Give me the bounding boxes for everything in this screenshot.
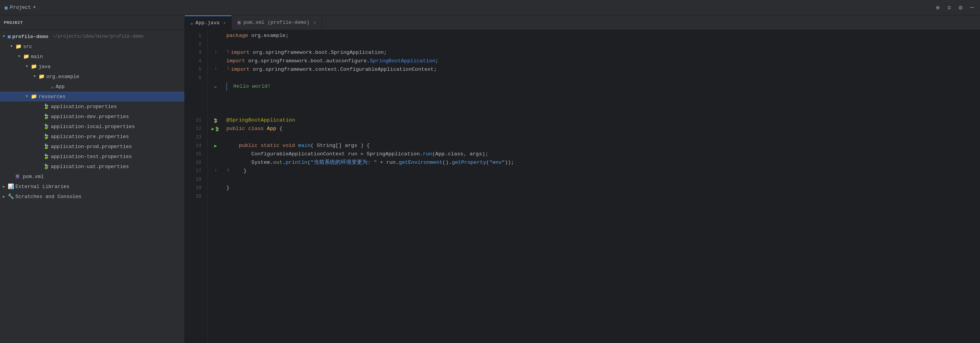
close-class-brace: }: [226, 184, 229, 192]
app-file-icon: ☕: [51, 83, 54, 90]
label-resources: resources: [38, 94, 65, 100]
tree-item-ext-libs[interactable]: ▶ 📊 External Libraries: [0, 181, 184, 191]
tab-pom-xml[interactable]: m pom.xml (profile-demo) ✕: [232, 15, 322, 30]
tree-item-profile-demo[interactable]: ▼ ▣ profile-demo ~/projects/idea/mine/pr…: [0, 32, 184, 42]
gutter-5: └: [208, 65, 223, 74]
run-icon-12[interactable]: ▶: [211, 126, 214, 132]
tab-app-java[interactable]: ☕ App.java ✕: [185, 15, 232, 30]
close-println: ));: [505, 158, 514, 167]
fold-icon-3: └: [214, 51, 217, 55]
minimize-icon[interactable]: —: [968, 3, 975, 13]
gutter-7: ✏: [208, 82, 223, 91]
fold-icon-17: └: [214, 169, 217, 173]
gutter-8: [208, 91, 223, 99]
out-field: out: [273, 158, 283, 167]
tree-item-resources[interactable]: ▼ 📁 resources: [0, 92, 184, 102]
str-cn: "当前系统的环境变更为: ": [311, 158, 377, 167]
project-label: Project: [10, 5, 31, 10]
arrow-java: ▼: [25, 65, 29, 68]
project-title: ▣ Project ▼: [5, 5, 35, 11]
tab-close-pom-xml[interactable]: ✕: [313, 20, 316, 25]
kw-import-3: import: [231, 65, 253, 74]
line-15-text: ConfigurableApplicationContext run = Spr…: [251, 150, 423, 158]
code-content[interactable]: package org.example; └import org.springf…: [223, 30, 980, 343]
diff-icon[interactable]: ≎: [946, 2, 953, 13]
gutter-3: └: [208, 48, 223, 57]
main-layout: PROJECT ▼ ▣ profile-demo ~/projects/idea…: [0, 15, 980, 343]
tab-icon-pom-xml: m: [237, 20, 241, 25]
get-env: getEnvironment: [399, 158, 442, 167]
tab-bar: ☕ App.java ✕ m pom.xml (profile-demo) ✕: [185, 15, 980, 30]
spring-icon-gutter: 🍃: [213, 118, 218, 123]
label-app-local-properties: application-local.properties: [51, 124, 135, 130]
folder-icon-java: 📁: [31, 63, 37, 70]
folder-icon-resources: 📁: [31, 93, 37, 100]
tab-close-app-java[interactable]: ✕: [223, 20, 226, 25]
code-line-18: [226, 175, 980, 184]
label-app: App: [55, 84, 64, 90]
folder-icon-org-example: 📁: [38, 73, 45, 80]
get-prop: getProperty: [452, 158, 486, 167]
tree-item-src[interactable]: ▼ 📁 src: [0, 42, 184, 52]
code-line-19: }: [226, 184, 980, 192]
spring-icon-prod: 🍃: [43, 143, 49, 150]
tree-item-app-uat-properties[interactable]: 🍃 application-uat.properties: [0, 162, 184, 172]
dropdown-arrow[interactable]: ▼: [33, 5, 35, 10]
code-line-5: └import org.springframework.context.Conf…: [226, 65, 980, 74]
ln-8: [185, 91, 204, 99]
indent-17: [231, 167, 243, 175]
tree-item-pom-xml[interactable]: m pom.xml: [0, 172, 184, 181]
code-line-6: [226, 74, 980, 82]
settings-icon[interactable]: ⚙: [957, 2, 964, 13]
fold-marker-3: └: [226, 48, 229, 57]
gutter-19: [208, 184, 223, 192]
dot-println: .: [283, 158, 286, 167]
code-editor[interactable]: 1 2 3 4 5 6 11 12 13 14 15 16 17 18 19 2…: [185, 30, 980, 343]
tree-item-app-local-properties[interactable]: 🍃 application-local.properties: [0, 122, 184, 132]
tree-item-main[interactable]: ▼ 📁 main: [0, 52, 184, 62]
label-java: java: [38, 64, 50, 70]
label-app-properties: application.properties: [51, 104, 117, 110]
spring-icon-app-props: 🍃: [43, 103, 49, 110]
tree-item-org-example[interactable]: ▼ 📁 org.example: [0, 72, 184, 82]
indent-15: [226, 150, 251, 158]
tree-item-app[interactable]: ☕ App: [0, 82, 184, 92]
gutter-4: [208, 57, 223, 65]
folder-icon-main: 📁: [23, 53, 29, 60]
label-app-dev-properties: application-dev.properties: [51, 114, 129, 120]
gutter-12: ▶ 🍃: [208, 125, 223, 133]
gutter-2: [208, 40, 223, 48]
tree-item-app-pre-properties[interactable]: 🍃 application-pre.properties: [0, 132, 184, 142]
kw-public-14: public: [239, 142, 261, 150]
ln-7: [185, 82, 204, 91]
tree-item-java[interactable]: ▼ 📁 java: [0, 62, 184, 72]
folder-icon-src: 📁: [15, 43, 22, 50]
tree-item-app-test-properties[interactable]: 🍃 application-test.properties: [0, 152, 184, 162]
tab-label-pom-xml: pom.xml (profile-demo): [243, 20, 309, 25]
label-app-test-properties: application-test.properties: [51, 154, 132, 160]
ln-13: 13: [185, 133, 204, 142]
kw-public-12: public: [226, 125, 248, 133]
spring-icon-gutter-12: 🍃: [214, 127, 220, 132]
arrow-org-example: ▼: [32, 75, 37, 78]
code-line-2: [226, 40, 980, 48]
tree-item-app-dev-properties[interactable]: 🍃 application-dev.properties: [0, 112, 184, 122]
tree-item-scratches[interactable]: ▶ 🔧 Scratches and Consoles: [0, 191, 184, 201]
kw-import-1: import: [231, 48, 253, 57]
sidebar: PROJECT ▼ ▣ profile-demo ~/projects/idea…: [0, 15, 185, 343]
globe-icon[interactable]: ⊕: [934, 2, 941, 13]
folder-icon-root: ▣: [8, 33, 11, 40]
tree-item-app-properties[interactable]: 🍃 application.properties: [0, 102, 184, 112]
gutter-17: └: [208, 167, 223, 175]
scratches-icon: 🔧: [8, 193, 14, 200]
gutter-14: ▶: [208, 142, 223, 150]
brace-open: {: [279, 125, 283, 133]
code-line-10: [226, 108, 980, 116]
tree-item-app-prod-properties[interactable]: 🍃 application-prod.properties: [0, 142, 184, 152]
run-icon-14[interactable]: ▶: [214, 143, 217, 149]
arrow-src: ▼: [9, 45, 14, 48]
sidebar-tree[interactable]: ▼ ▣ profile-demo ~/projects/idea/mine/pr…: [0, 30, 184, 343]
label-profile-demo: profile-demo: [12, 34, 48, 40]
comment-hello: Hello world!: [233, 82, 271, 91]
ext-libs-icon: 📊: [8, 183, 14, 190]
